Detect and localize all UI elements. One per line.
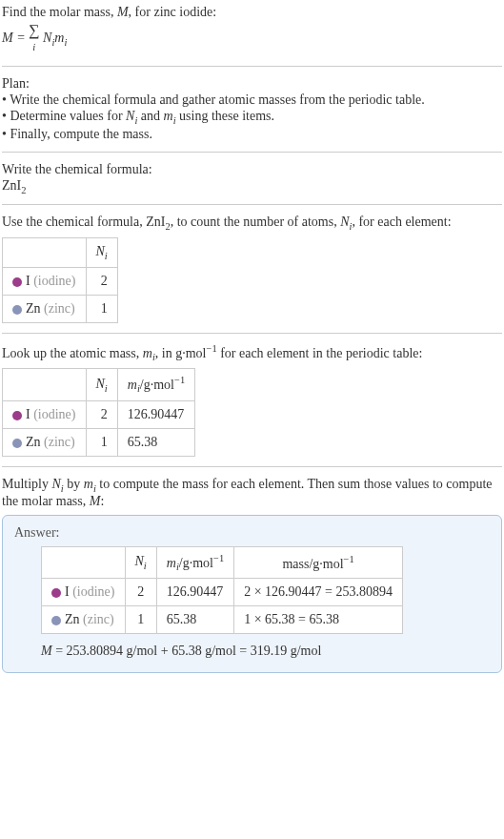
plan-bullet-3: • Finally, compute the mass. (2, 127, 502, 142)
cell-element: I (iodine) (42, 579, 126, 606)
th-mass: mass/g·mol−1 (234, 546, 403, 578)
dot-icon (12, 411, 22, 420)
s3t1: Look up the atomic mass, (2, 346, 143, 360)
plan-section: Plan: • Write the chemical formula and g… (2, 76, 502, 142)
answer-table: Ni mi/g·mol−1 mass/g·mol−1 I (iodine) 2 … (41, 546, 403, 634)
divider (2, 204, 502, 205)
cell-n: 1 (86, 295, 117, 322)
eq-mi: i (64, 37, 67, 48)
eq-M: M (2, 31, 13, 45)
eq-m: m (54, 31, 64, 45)
table-header-row: Ni mi/g·mol−1 (3, 369, 195, 400)
intro-text: Find the molar mass, (2, 5, 117, 19)
eq-N: N (40, 31, 52, 45)
table-row: Zn (zinc) 1 65.38 (3, 428, 195, 456)
intro-line-1: Find the molar mass, M, for zinc iodide: (2, 5, 502, 20)
table-header-row: Ni (3, 238, 118, 268)
cell-m: 126.90447 (117, 400, 194, 428)
s2t3: , for each element: (352, 215, 451, 229)
s3m: m (143, 346, 152, 360)
table-row: I (iodine) 2 (3, 267, 118, 295)
b2c: using these items. (176, 109, 274, 123)
intro-text2: , for zinc iodide: (129, 5, 217, 19)
divider (2, 152, 502, 153)
step1-section: Write the chemical formula: ZnI2 (2, 162, 502, 195)
divider (2, 466, 502, 467)
intro-formula: M = ∑i Nimi (2, 22, 502, 56)
table-row: Zn (zinc) 1 (3, 295, 118, 322)
divider (2, 66, 502, 67)
s2t1: Use the chemical formula, ZnI (2, 215, 165, 229)
step3-table: Ni mi/g·mol−1 I (iodine) 2 126.90447 Zn … (2, 368, 195, 456)
step1-formula: ZnI2 (2, 178, 502, 195)
s3t2: , in g·mol (155, 346, 207, 360)
cell-m: 126.90447 (156, 579, 233, 606)
b2b: and (137, 109, 163, 123)
cell-element: Zn (zinc) (42, 606, 126, 634)
table-header-row: Ni mi/g·mol−1 mass/g·mol−1 (42, 546, 403, 578)
divider (2, 333, 502, 334)
sigma-sub: i (32, 42, 35, 52)
plan-bullet-1: • Write the chemical formula and gather … (2, 92, 502, 108)
step4-section: Multiply Ni by mi to compute the mass fo… (2, 477, 502, 673)
dot-icon (12, 439, 22, 448)
table-row: I (iodine) 2 126.90447 (3, 400, 195, 428)
step2-text: Use the chemical formula, ZnI2, to count… (2, 215, 502, 232)
cell-element: Zn (zinc) (3, 428, 87, 456)
cell-m: 65.38 (117, 428, 194, 456)
table-row: Zn (zinc) 1 65.38 1 × 65.38 = 65.38 (42, 606, 403, 634)
cell-n: 2 (125, 579, 156, 606)
s2N: N (340, 215, 349, 229)
th-empty (3, 238, 87, 268)
th-empty (42, 546, 126, 578)
dot-icon (12, 305, 22, 315)
step4-text: Multiply Ni by mi to compute the mass fo… (2, 477, 502, 509)
plan-title: Plan: (2, 76, 502, 92)
eq-eq: = (13, 31, 29, 45)
answer-box: Answer: Ni mi/g·mol−1 mass/g·mol−1 I (io… (2, 515, 502, 673)
cell-element: I (iodine) (3, 400, 87, 428)
answer-title: Answer: (14, 525, 490, 541)
cell-n: 2 (86, 400, 117, 428)
final-text: = 253.80894 g/mol + 65.38 g/mol = 319.19… (52, 644, 322, 658)
b2a: • Determine values for (2, 109, 126, 123)
th-m: mi/g·mol−1 (156, 546, 233, 578)
step3-text: Look up the atomic mass, mi, in g·mol−1 … (2, 343, 502, 362)
cell-n: 2 (86, 267, 117, 295)
step2-section: Use the chemical formula, ZnI2, to count… (2, 215, 502, 323)
cell-mass: 2 × 126.90447 = 253.80894 (234, 579, 403, 606)
zni-sub: 2 (21, 184, 26, 194)
final-M: M (41, 644, 52, 658)
dot-icon (51, 588, 61, 598)
intro-section: Find the molar mass, M, for zinc iodide:… (2, 5, 502, 56)
cell-element: I (iodine) (3, 267, 87, 295)
th-m: mi/g·mol−1 (117, 369, 194, 400)
answer-content: Ni mi/g·mol−1 mass/g·mol−1 I (iodine) 2 … (14, 546, 490, 659)
cell-m: 65.38 (156, 606, 233, 634)
table-row: I (iodine) 2 126.90447 2 × 126.90447 = 2… (42, 579, 403, 606)
s3t3: for each element in the periodic table: (217, 346, 423, 360)
cell-mass: 1 × 65.38 = 65.38 (234, 606, 403, 634)
s3sup: −1 (206, 343, 216, 354)
final-answer: M = 253.80894 g/mol + 65.38 g/mol = 319.… (41, 644, 490, 659)
cell-element: Zn (zinc) (3, 295, 87, 322)
b2m: m (164, 109, 173, 123)
step2-table: Ni I (iodine) 2 Zn (zinc) 1 (2, 237, 118, 323)
dot-icon (12, 277, 22, 287)
th-N: Ni (86, 369, 117, 400)
zni: ZnI (2, 178, 21, 193)
intro-M: M (117, 5, 129, 19)
sigma: ∑ (29, 22, 39, 38)
s2t2: , to count the number of atoms, (171, 215, 340, 229)
th-N: Ni (86, 238, 117, 268)
cell-n: 1 (125, 606, 156, 634)
dot-icon (51, 616, 61, 625)
th-empty (3, 369, 87, 400)
th-N: Ni (125, 546, 156, 578)
step3-section: Look up the atomic mass, mi, in g·mol−1 … (2, 343, 502, 457)
plan-bullet-2: • Determine values for Ni and mi using t… (2, 109, 502, 126)
cell-n: 1 (86, 428, 117, 456)
step1-title: Write the chemical formula: (2, 162, 502, 177)
